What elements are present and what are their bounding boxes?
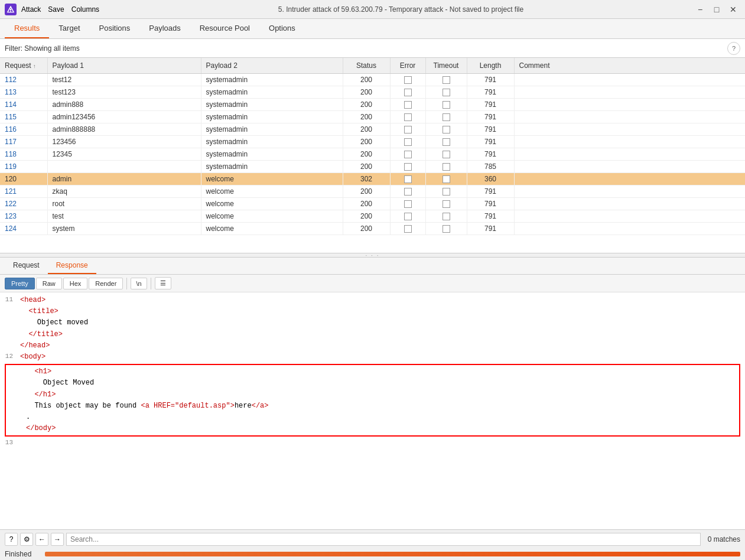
cell-payload2: welcome <box>201 223 343 235</box>
format-bar: Pretty Raw Hex Render \n ☰ <box>0 275 745 292</box>
error-checkbox <box>404 89 412 96</box>
format-menu[interactable]: ☰ <box>155 277 171 289</box>
table-row[interactable]: 124 system welcome 200 791 <box>0 223 745 235</box>
line-number <box>0 317 18 328</box>
timeout-checkbox <box>443 76 450 84</box>
cell-timeout <box>425 185 467 198</box>
status-settings-button[interactable]: ⚙ <box>20 533 33 546</box>
table-row[interactable]: 114 admin888 systemadmin 200 791 <box>0 99 745 111</box>
table-row[interactable]: 121 zkaq welcome 200 791 <box>0 185 745 198</box>
col-header-length[interactable]: Length <box>467 58 514 74</box>
col-header-status[interactable]: Status <box>343 58 390 74</box>
col-header-payload1[interactable]: Payload 1 <box>47 58 201 74</box>
cell-timeout <box>425 111 467 123</box>
format-pretty[interactable]: Pretty <box>5 278 35 289</box>
cell-error <box>390 198 425 210</box>
table-row[interactable]: 120 admin welcome 302 360 <box>0 173 745 185</box>
cell-status: 200 <box>343 99 390 111</box>
table-row[interactable]: 112 test12 systemadmin 200 791 <box>0 74 745 86</box>
menu-attack[interactable]: Attack <box>21 5 41 14</box>
error-checkbox <box>404 163 412 171</box>
col-header-timeout[interactable]: Timeout <box>425 58 467 74</box>
cell-comment <box>514 198 745 210</box>
cell-payload1: zkaq <box>47 185 201 198</box>
maximize-button[interactable]: □ <box>710 4 724 15</box>
finished-bar: Finished <box>0 548 745 560</box>
cell-timeout <box>425 136 467 148</box>
format-hex[interactable]: Hex <box>63 278 88 289</box>
splitter[interactable]: · · · <box>0 253 745 258</box>
table-row[interactable]: 123 test welcome 200 791 <box>0 210 745 223</box>
col-header-comment[interactable]: Comment <box>514 58 745 74</box>
tab-response[interactable]: Response <box>48 258 96 274</box>
cell-comment <box>514 210 745 223</box>
menu-columns[interactable]: Columns <box>71 5 99 14</box>
app-icon <box>5 4 17 15</box>
cell-payload1: root <box>47 198 201 210</box>
table-row[interactable]: 118 12345 systemadmin 200 791 <box>0 148 745 161</box>
results-table-container[interactable]: Request ↑ Payload 1 Payload 2 Status Err… <box>0 58 745 253</box>
minimize-button[interactable]: − <box>693 4 707 15</box>
finished-label: Finished <box>5 550 40 558</box>
col-header-payload2[interactable]: Payload 2 <box>201 58 343 74</box>
code-line: </title> <box>0 329 745 340</box>
line-number: 12 <box>0 351 18 363</box>
line-content: <h1> <box>24 366 739 377</box>
results-table: Request ↑ Payload 1 Payload 2 Status Err… <box>0 58 745 235</box>
status-help-button[interactable]: ? <box>5 533 18 546</box>
cell-length: 785 <box>467 161 514 173</box>
tab-options[interactable]: Options <box>259 19 305 38</box>
cell-request: 112 <box>0 74 47 86</box>
cell-request: 116 <box>0 123 47 136</box>
tab-target[interactable]: Target <box>49 19 89 38</box>
cell-payload1: 123456 <box>47 136 201 148</box>
format-newline[interactable]: \n <box>131 278 147 289</box>
timeout-checkbox <box>443 188 450 196</box>
cell-request: 124 <box>0 223 47 235</box>
req-resp-tab-bar: Request Response <box>0 258 745 275</box>
status-back-button[interactable]: ← <box>35 533 48 546</box>
col-header-request[interactable]: Request ↑ <box>0 58 47 74</box>
cell-payload2: systemadmin <box>201 86 343 99</box>
tab-resource-pool[interactable]: Resource Pool <box>190 19 259 38</box>
format-raw[interactable]: Raw <box>36 278 62 289</box>
cell-payload2: systemadmin <box>201 99 343 111</box>
cell-comment <box>514 123 745 136</box>
filter-bar[interactable]: Filter: Showing all items ? <box>0 39 745 58</box>
menu-save[interactable]: Save <box>48 5 64 14</box>
cell-timeout <box>425 198 467 210</box>
cell-comment <box>514 86 745 99</box>
format-render[interactable]: Render <box>89 278 123 289</box>
main-tab-bar: Results Target Positions Payloads Resour… <box>0 19 745 39</box>
table-row[interactable]: 119 systemadmin 200 785 <box>0 161 745 173</box>
table-row[interactable]: 116 admin888888 systemadmin 200 791 <box>0 123 745 136</box>
window-title: 5. Intruder attack of 59.63.200.79 - Tem… <box>109 5 693 14</box>
table-row[interactable]: 122 root welcome 200 791 <box>0 198 745 210</box>
cell-comment <box>514 185 745 198</box>
tab-payloads[interactable]: Payloads <box>139 19 190 38</box>
table-row[interactable]: 115 admin123456 systemadmin 200 791 <box>0 111 745 123</box>
cell-status: 200 <box>343 111 390 123</box>
cell-request: 120 <box>0 173 47 185</box>
status-forward-button[interactable]: → <box>51 533 64 546</box>
cell-payload1: system <box>47 223 201 235</box>
filter-help-button[interactable]: ? <box>727 42 740 55</box>
line-content: </h1> <box>24 389 739 401</box>
cell-payload2: systemadmin <box>201 74 343 86</box>
table-row[interactable]: 117 123456 systemadmin 200 791 <box>0 136 745 148</box>
table-row[interactable]: 113 test123 systemadmin 200 791 <box>0 86 745 99</box>
cell-payload1: admin888888 <box>47 123 201 136</box>
cell-request: 119 <box>0 161 47 173</box>
menu-bar: Attack Save Columns <box>21 5 99 14</box>
tab-request[interactable]: Request <box>5 258 48 274</box>
cell-length: 791 <box>467 99 514 111</box>
cell-payload2: welcome <box>201 173 343 185</box>
tab-results[interactable]: Results <box>5 19 49 38</box>
tab-positions[interactable]: Positions <box>90 19 140 38</box>
col-header-error[interactable]: Error <box>390 58 425 74</box>
search-input[interactable] <box>66 533 701 546</box>
close-button[interactable]: ✕ <box>726 4 740 15</box>
cell-length: 791 <box>467 111 514 123</box>
cell-error <box>390 161 425 173</box>
cell-payload1: admin888 <box>47 99 201 111</box>
